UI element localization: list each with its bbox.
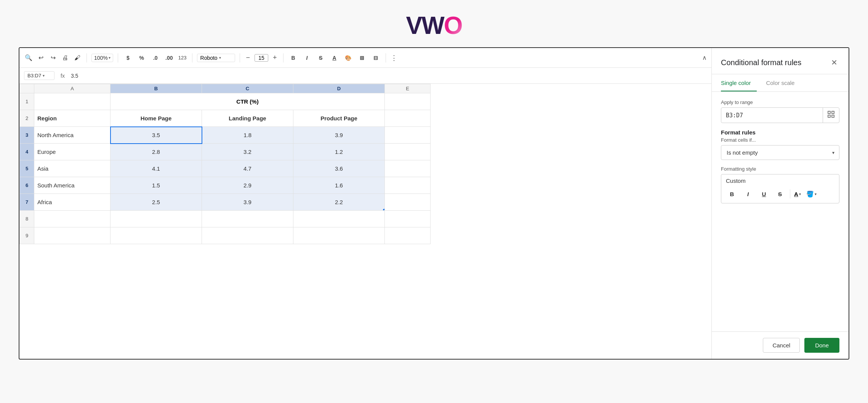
cell-e1[interactable] (385, 93, 431, 110)
cell-d2[interactable]: Product Page (293, 110, 385, 127)
highlight-btn[interactable]: 🎨 (343, 53, 354, 63)
zoom-selector[interactable]: 100% ▾ (91, 54, 113, 62)
search-icon[interactable]: 🔍 (24, 53, 33, 62)
cell-e7[interactable] (385, 194, 431, 211)
cell-c3[interactable]: 1.8 (202, 127, 293, 144)
col-header-e[interactable]: E (385, 84, 431, 93)
grid-container[interactable]: A B C D E 1 CTR (%) (19, 84, 711, 359)
percent-btn[interactable]: % (136, 53, 147, 63)
row-header-8[interactable]: 8 (20, 211, 34, 227)
cell-e5[interactable] (385, 160, 431, 177)
fill-color-btn[interactable]: 🪣 ▾ (806, 190, 817, 198)
cell-b4[interactable]: 2.8 (111, 144, 202, 160)
row-header-5[interactable]: 5 (20, 160, 34, 177)
formatting-style-label: Formatting style (721, 166, 839, 172)
strikethrough-btn[interactable]: S (315, 53, 326, 63)
borders-btn[interactable]: ⊞ (357, 53, 367, 63)
decrease-decimal-btn[interactable]: .0 (150, 53, 161, 63)
row-header-9[interactable]: 9 (20, 227, 34, 244)
col-header-b[interactable]: B (111, 84, 202, 93)
cell-d8[interactable] (293, 211, 385, 227)
row-header-2[interactable]: 2 (20, 110, 34, 127)
cell-a4[interactable]: Europe (34, 144, 111, 160)
cell-d6[interactable]: 1.6 (293, 177, 385, 194)
cell-d7[interactable]: 2.2 (293, 194, 385, 211)
cell-d9[interactable] (293, 227, 385, 244)
cell-c5[interactable]: 4.7 (202, 160, 293, 177)
tab-single-color[interactable]: Single color (721, 74, 757, 91)
cell-d5[interactable]: 3.6 (293, 160, 385, 177)
cell-d3[interactable]: 3.9 (293, 127, 385, 144)
col-header-c[interactable]: C (202, 84, 293, 93)
cancel-button[interactable]: Cancel (763, 338, 800, 353)
cell-a9[interactable] (34, 227, 111, 244)
cell-d4[interactable]: 1.2 (293, 144, 385, 160)
underline-style-btn[interactable]: U (758, 188, 770, 200)
range-input-field[interactable] (721, 109, 823, 122)
cell-b3[interactable]: 3.5 (111, 127, 202, 144)
cell-ref-box[interactable]: B3:D7 ▾ (24, 71, 54, 80)
cell-c7[interactable]: 3.9 (202, 194, 293, 211)
font-size-box[interactable]: 15 (255, 54, 268, 62)
underline-color-btn[interactable]: A (329, 53, 340, 63)
increase-decimal-btn[interactable]: .00 (164, 53, 175, 63)
cell-e9[interactable] (385, 227, 431, 244)
range-grid-icon[interactable] (823, 108, 839, 123)
italic-btn[interactable]: I (302, 53, 312, 63)
done-button[interactable]: Done (804, 338, 839, 353)
text-color-btn[interactable]: A ▾ (794, 191, 801, 197)
paint-format-icon[interactable]: 🖌 (73, 53, 82, 62)
cell-b7[interactable]: 2.5 (111, 194, 202, 211)
toolbar-divider-1 (86, 53, 87, 62)
cell-a6[interactable]: South America (34, 177, 111, 194)
tab-color-scale[interactable]: Color scale (766, 74, 801, 91)
collapse-btn[interactable]: ∧ (702, 54, 707, 61)
cell-e6[interactable] (385, 177, 431, 194)
cell-b5[interactable]: 4.1 (111, 160, 202, 177)
more-options-btn[interactable]: ⋮ (391, 54, 397, 62)
bold-btn[interactable]: B (288, 53, 299, 63)
row-header-3[interactable]: 3 (20, 127, 34, 144)
undo-icon[interactable]: ↩ (36, 53, 45, 62)
cell-e4[interactable] (385, 144, 431, 160)
row-header-1[interactable]: 1 (20, 93, 34, 110)
strikethrough-style-btn[interactable]: S (774, 188, 786, 200)
currency-btn[interactable]: $ (123, 53, 133, 63)
cell-b9[interactable] (111, 227, 202, 244)
merge-btn[interactable]: ⊟ (370, 53, 381, 63)
cell-c6[interactable]: 2.9 (202, 177, 293, 194)
cell-e3[interactable] (385, 127, 431, 144)
apply-range-label: Apply to range (721, 99, 839, 105)
bold-style-btn[interactable]: B (726, 188, 738, 200)
cell-a7[interactable]: Africa (34, 194, 111, 211)
row-header-4[interactable]: 4 (20, 144, 34, 160)
redo-icon[interactable]: ↪ (48, 53, 58, 62)
col-header-a[interactable]: A (34, 84, 111, 93)
italic-style-btn[interactable]: I (742, 188, 754, 200)
cell-b6[interactable]: 1.5 (111, 177, 202, 194)
cell-c2[interactable]: Landing Page (202, 110, 293, 127)
cell-c9[interactable] (202, 227, 293, 244)
decrease-font-btn[interactable]: − (245, 54, 252, 62)
cell-a3[interactable]: North America (34, 127, 111, 144)
number-format-btn[interactable]: 123 (178, 55, 187, 61)
cell-a8[interactable] (34, 211, 111, 227)
row-header-7[interactable]: 7 (20, 194, 34, 211)
cell-a2[interactable]: Region (34, 110, 111, 127)
increase-font-btn[interactable]: + (271, 54, 279, 62)
cell-a1[interactable] (34, 93, 111, 110)
font-selector[interactable]: Roboto ▾ (197, 54, 235, 62)
format-rules-section: Format rules Format cells if... Is not e… (721, 129, 839, 160)
cell-e2[interactable] (385, 110, 431, 127)
cell-c8[interactable] (202, 211, 293, 227)
cell-b2[interactable]: Home Page (111, 110, 202, 127)
cell-c4[interactable]: 3.2 (202, 144, 293, 160)
cell-b8[interactable] (111, 211, 202, 227)
cell-e8[interactable] (385, 211, 431, 227)
print-icon[interactable]: 🖨 (61, 53, 70, 62)
condition-dropdown[interactable]: Is not empty ▾ (721, 145, 839, 160)
panel-close-btn[interactable]: ✕ (829, 57, 839, 68)
col-header-d[interactable]: D (293, 84, 385, 93)
row-header-6[interactable]: 6 (20, 177, 34, 194)
cell-a5[interactable]: Asia (34, 160, 111, 177)
